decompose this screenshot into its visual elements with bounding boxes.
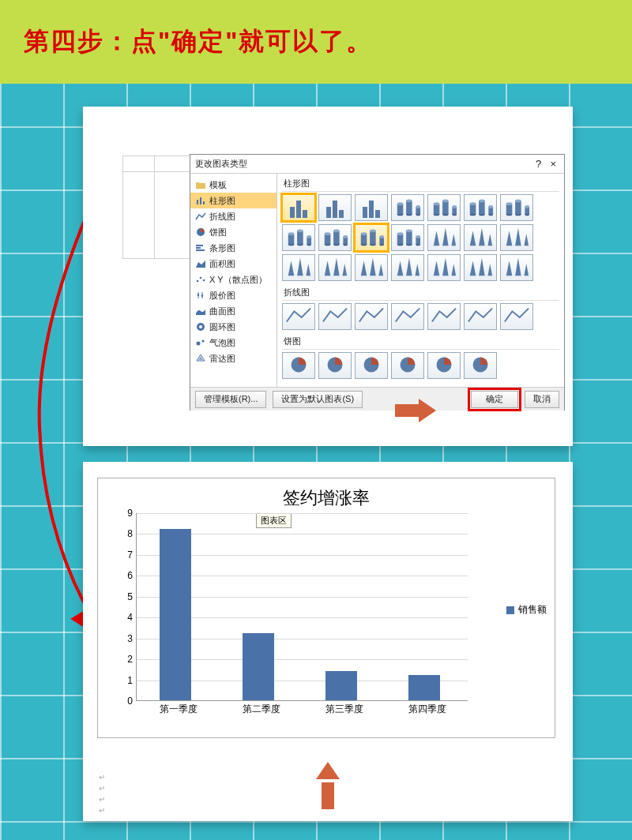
category-pie[interactable]: 饼图	[190, 224, 276, 240]
y-tick: 1	[127, 675, 133, 686]
svg-rect-75	[361, 234, 367, 244]
svg-point-82	[379, 235, 384, 238]
svg-marker-120	[515, 258, 521, 276]
x-label: 第二季度	[230, 703, 293, 716]
svg-marker-93	[442, 228, 449, 246]
step-title: 第四步：点"确定"就可以了。	[24, 24, 373, 59]
chart-thumb[interactable]	[318, 303, 352, 330]
chart-thumb[interactable]	[282, 352, 315, 379]
section-pie: 饼图	[282, 333, 559, 350]
surface-icon	[195, 306, 206, 316]
svg-marker-100	[524, 234, 529, 246]
area-icon	[195, 259, 206, 268]
svg-rect-2	[203, 201, 205, 204]
chart-thumb[interactable]	[464, 303, 497, 330]
chart-thumb[interactable]	[500, 303, 533, 330]
category-hbar[interactable]: 条形图	[190, 240, 276, 256]
category-scatter[interactable]: X Y（散点图）	[190, 272, 276, 287]
chart-thumb[interactable]	[464, 194, 497, 221]
category-donut[interactable]: 圆环图	[190, 319, 276, 335]
chart-thumb[interactable]	[355, 254, 388, 281]
set-default-chart-button[interactable]: 设置为默认图表(S)	[273, 391, 363, 408]
category-stock[interactable]: 股价图	[190, 287, 276, 303]
bar	[160, 529, 191, 700]
category-area[interactable]: 面积图	[190, 256, 276, 272]
chart-thumb[interactable]	[427, 224, 461, 251]
chart-thumb[interactable]	[427, 303, 461, 330]
plot-area: 第一季度第二季度第三季度第四季度	[136, 513, 468, 701]
chart-thumb[interactable]	[282, 224, 315, 251]
chart-thumb[interactable]	[464, 352, 497, 379]
svg-point-37	[452, 205, 457, 208]
bar	[243, 633, 274, 700]
chart-thumb[interactable]	[500, 224, 533, 251]
chart-thumb[interactable]	[500, 254, 533, 281]
category-surface[interactable]: 曲面图	[190, 303, 276, 319]
chart-thumb[interactable]	[500, 194, 533, 221]
svg-point-64	[307, 235, 311, 238]
chart-thumb[interactable]	[464, 254, 497, 281]
svg-marker-111	[406, 258, 412, 276]
svg-point-25	[406, 200, 412, 203]
dialog-help-button[interactable]: ?	[532, 158, 544, 170]
chart-thumb[interactable]	[427, 194, 461, 221]
svg-marker-109	[378, 264, 383, 276]
ok-button[interactable]: 确定	[471, 391, 518, 408]
category-line[interactable]: 折线图	[190, 208, 276, 224]
svg-marker-116	[470, 261, 476, 276]
svg-rect-21	[397, 204, 404, 214]
arrow-to-ok	[395, 399, 442, 422]
svg-marker-112	[415, 264, 419, 276]
chart-category-list: 模板柱形图折线图饼图条形图面积图X Y（散点图）股价图曲面图圆环图气泡图雷达图	[190, 174, 277, 387]
chart-thumb[interactable]	[355, 303, 388, 330]
svg-marker-119	[506, 261, 513, 276]
y-tick: 5	[127, 591, 133, 602]
bar	[408, 675, 440, 700]
chart-thumb[interactable]	[282, 254, 315, 281]
svg-rect-78	[370, 231, 376, 244]
pie-icon	[195, 227, 206, 237]
chart-thumb[interactable]	[282, 194, 315, 221]
chart-thumb[interactable]	[427, 352, 461, 379]
manage-templates-button[interactable]: 管理模板(R)...	[195, 391, 266, 408]
chart-thumb[interactable]	[391, 194, 424, 221]
chart-thumb[interactable]	[391, 254, 424, 281]
chart-thumb[interactable]	[318, 194, 352, 221]
chart-thumb[interactable]	[318, 254, 352, 281]
svg-point-76	[361, 232, 367, 235]
dialog-close-button[interactable]: ×	[547, 158, 559, 170]
chart-thumb[interactable]	[391, 352, 424, 379]
svg-point-46	[488, 205, 493, 208]
svg-marker-94	[451, 234, 456, 246]
chart-thumb[interactable]	[318, 352, 352, 379]
category-bubble[interactable]: 气泡图	[190, 335, 276, 351]
chart-thumb[interactable]	[355, 194, 388, 221]
svg-marker-117	[479, 258, 485, 276]
svg-rect-30	[434, 204, 440, 214]
cancel-button[interactable]: 取消	[525, 391, 559, 408]
category-folder[interactable]: 模板	[190, 177, 276, 193]
section-column: 柱形图	[282, 175, 559, 192]
chart-thumb[interactable]	[391, 303, 424, 330]
chart-thumb[interactable]	[391, 224, 424, 251]
y-tick: 4	[127, 612, 133, 623]
chart-thumb[interactable]	[318, 224, 352, 251]
svg-point-58	[288, 232, 295, 235]
svg-marker-108	[370, 258, 376, 276]
svg-point-91	[416, 235, 420, 238]
chart-thumb[interactable]	[427, 254, 461, 281]
category-radar[interactable]: 雷达图	[190, 351, 276, 366]
category-bar[interactable]: 柱形图	[190, 193, 276, 208]
svg-rect-5	[196, 247, 201, 249]
svg-rect-1	[200, 197, 201, 204]
chart-thumb[interactable]	[282, 303, 315, 330]
bar	[325, 671, 357, 700]
chart-thumb[interactable]	[464, 224, 497, 251]
legend-swatch	[506, 606, 514, 614]
svg-rect-87	[406, 231, 412, 244]
chart-thumb[interactable]	[355, 224, 388, 251]
svg-rect-69	[333, 231, 340, 244]
y-axis: 0123456789	[112, 513, 136, 718]
svg-point-85	[397, 232, 404, 235]
chart-thumb[interactable]	[355, 352, 388, 379]
